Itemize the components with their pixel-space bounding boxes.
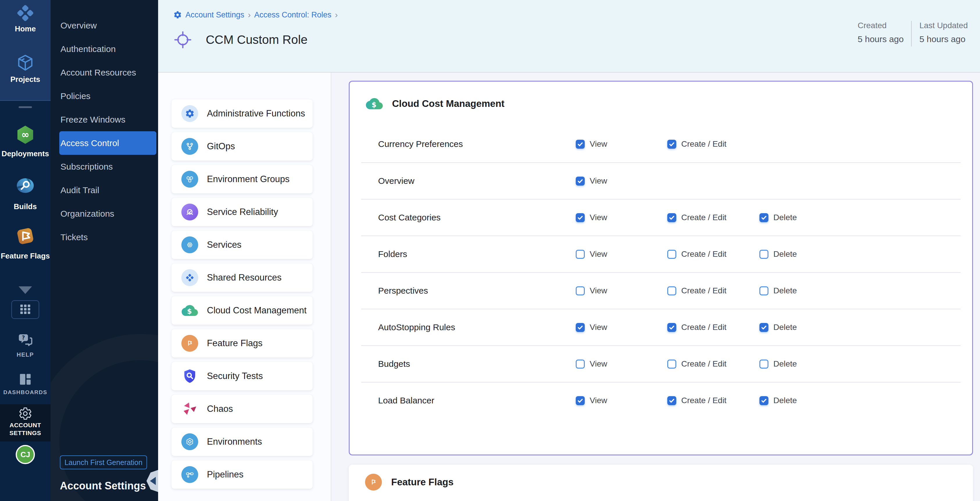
delete-permission: Delete [759,359,797,369]
nav-item-account-resources[interactable]: Account Resources [59,61,156,84]
nav-item-freeze-windows[interactable]: Freeze Windows [59,108,156,131]
delete-permission: Delete [759,323,797,332]
permission-row-label: Cost Categories [378,212,441,222]
nav-item-authentication[interactable]: Authentication [59,37,156,61]
sidebar-item-feature-flags[interactable] [0,226,51,247]
sidebar-item-dashboards[interactable] [0,372,51,388]
nav-item-access-control[interactable]: Access Control [59,131,156,155]
view-checkbox[interactable] [576,396,585,405]
reliability-icon [181,204,198,220]
delete-checkbox[interactable] [759,396,768,405]
view-checkbox[interactable] [576,286,585,295]
create-checkbox-label: Create / Edit [681,140,727,149]
create-checkbox[interactable] [667,323,676,332]
breadcrumb-link-access-control-roles[interactable]: Access Control: Roles [254,11,332,19]
create-checkbox-label: Create / Edit [681,213,727,222]
created-label: Created [858,21,904,30]
nav-item-overview[interactable]: Overview [59,14,156,37]
sidebar-item-account-settings[interactable]: ACCOUNT SETTINGS [0,404,51,441]
view-checkbox-label: View [590,213,607,222]
create-checkbox[interactable] [667,396,676,405]
permission-row-budgets: BudgetsViewCreate / EditDelete [361,345,961,382]
resource-label: Cloud Cost Management [207,305,307,316]
shield-search-icon [181,368,198,385]
delete-checkbox-label: Delete [773,323,797,332]
svg-text:?: ? [22,335,25,341]
grid-icon [19,304,32,315]
sidebar-collapse-handle[interactable] [19,106,32,108]
delete-checkbox-label: Delete [773,396,797,405]
view-checkbox[interactable] [576,250,585,259]
resource-item-security-tests[interactable]: Security Tests [172,362,313,390]
view-checkbox[interactable] [576,213,585,222]
create-checkbox[interactable] [667,360,676,369]
resource-item-service-reliability[interactable]: Service Reliability [172,198,313,226]
resource-item-chaos[interactable]: Chaos [172,395,313,423]
sidebar-item-builds[interactable] [0,176,51,197]
view-checkbox[interactable] [576,177,585,185]
sidebar-item-help[interactable]: ? [0,333,51,349]
resource-item-shared-resources[interactable]: Shared Resources [172,263,313,292]
chevron-down-icon[interactable] [19,286,32,294]
create-checkbox[interactable] [667,250,676,259]
diamonds-icon [181,269,198,286]
nav-item-audit-trail[interactable]: Audit Trail [59,178,156,202]
resource-item-gitops[interactable]: GitOps [172,132,313,161]
view-checkbox[interactable] [576,140,585,149]
dashboards-icon [18,383,33,388]
delete-checkbox[interactable] [759,250,768,259]
sidebar-item-projects[interactable] [0,54,51,73]
breadcrumb-link-account-settings[interactable]: Account Settings [185,11,244,19]
delete-permission: Delete [759,249,797,259]
create-permission: Create / Edit [667,359,727,369]
permission-row-autostopping-rules: AutoStopping RulesViewCreate / EditDelet… [361,309,961,345]
collapse-left-icon [150,477,156,485]
resource-item-environment-groups[interactable]: Environment Groups [172,165,313,193]
nav-item-subscriptions[interactable]: Subscriptions [59,155,156,178]
module-selector-button[interactable] [11,300,39,319]
svg-text:$: $ [187,307,192,316]
pipelines-icon [181,466,198,483]
create-permission: Create / Edit [667,323,727,332]
sidebar-item-home[interactable] [0,3,51,24]
resource-label: Service Reliability [207,207,278,217]
collapse-nav-button[interactable] [146,470,158,492]
launch-first-generation-button[interactable]: Launch First Generation [60,455,147,469]
nav-item-organizations[interactable]: Organizations [59,202,156,225]
view-checkbox-label: View [590,140,607,149]
view-checkbox-label: View [590,176,607,185]
delete-checkbox[interactable] [759,286,768,295]
view-checkbox[interactable] [576,323,585,332]
create-checkbox-label: Create / Edit [681,286,727,295]
resource-column: Administrative FunctionsGitOpsEnvironmen… [158,73,331,501]
resource-item-services[interactable]: Services [172,231,313,259]
resource-item-cloud-cost-management[interactable]: $Cloud Cost Management [172,296,313,325]
delete-checkbox-label: Delete [773,286,797,295]
permission-row-label: AutoStopping Rules [378,322,455,332]
sidebar-item-deployments[interactable]: ∞ [0,124,51,146]
resource-label: Shared Resources [207,273,282,283]
create-checkbox[interactable] [667,286,676,295]
create-checkbox[interactable] [667,213,676,222]
avatar[interactable]: CJ [16,445,35,464]
permission-row-perspectives: PerspectivesViewCreate / EditDelete [361,272,961,309]
view-permission: View [576,323,607,332]
view-checkbox[interactable] [576,360,585,369]
flag-icon [181,335,198,352]
delete-checkbox[interactable] [759,213,768,222]
delete-checkbox[interactable] [759,323,768,332]
view-permission: View [576,359,607,369]
delete-checkbox[interactable] [759,360,768,369]
last-updated-meta: Last Updated 5 hours ago [912,21,975,44]
resource-item-environments[interactable]: Environments [172,428,313,456]
nav-item-tickets[interactable]: Tickets [59,225,156,249]
resource-list: Administrative FunctionsGitOpsEnvironmen… [172,99,313,493]
resource-item-administrative-functions[interactable]: Administrative Functions [172,99,313,128]
created-meta: Created 5 hours ago [850,21,911,44]
resource-item-feature-flags[interactable]: Feature Flags [172,329,313,358]
resource-item-pipelines[interactable]: Pipelines [172,460,313,489]
create-checkbox[interactable] [667,140,676,149]
nav-item-policies[interactable]: Policies [59,84,156,108]
view-permission: View [576,249,607,259]
delete-checkbox-label: Delete [773,213,797,222]
